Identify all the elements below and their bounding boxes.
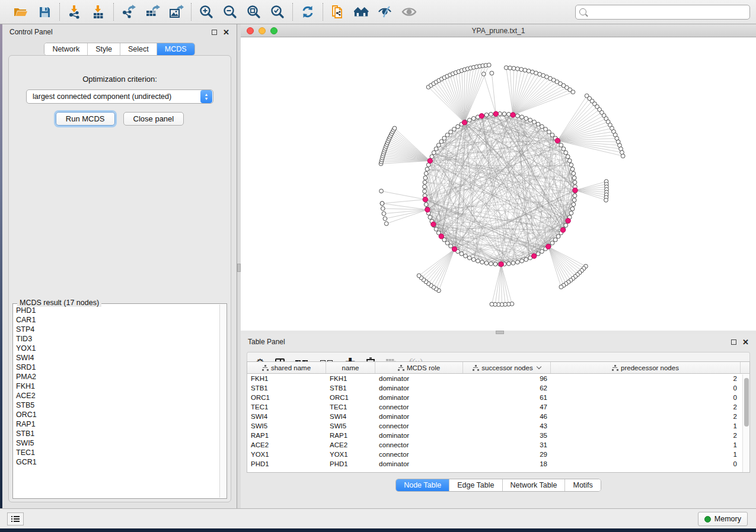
- satellite-node[interactable]: [519, 68, 524, 72]
- mcds-result-item[interactable]: TID3: [16, 334, 217, 344]
- mcds-node[interactable]: [560, 227, 565, 232]
- satellite-node[interactable]: [504, 66, 508, 70]
- ring-node[interactable]: [425, 167, 429, 171]
- ring-node[interactable]: [553, 238, 557, 242]
- mcds-result-item[interactable]: PHD1: [16, 306, 217, 315]
- table-row[interactable]: ACE2ACE2connector311: [247, 440, 749, 450]
- column-header-successor-nodes[interactable]: successor nodes: [463, 362, 551, 373]
- mcds-node[interactable]: [546, 244, 550, 249]
- satellite-node[interactable]: [417, 274, 421, 278]
- ring-node[interactable]: [520, 259, 524, 263]
- table-cell[interactable]: dominator: [375, 431, 463, 440]
- mcds-node[interactable]: [566, 218, 570, 223]
- satellite-node[interactable]: [481, 72, 486, 76]
- network-graph[interactable]: [241, 37, 756, 330]
- satellite-node[interactable]: [383, 217, 387, 221]
- ring-node[interactable]: [423, 176, 428, 180]
- mcds-result-item[interactable]: TEC1: [16, 448, 217, 457]
- ring-node[interactable]: [572, 176, 576, 180]
- mcds-node[interactable]: [428, 158, 432, 163]
- ring-node[interactable]: [436, 143, 441, 148]
- table-cell[interactable]: TEC1: [326, 402, 375, 412]
- ring-node[interactable]: [476, 259, 480, 263]
- table-cell[interactable]: SWI4: [247, 412, 326, 421]
- mcds-result-item[interactable]: SWI4: [16, 353, 217, 363]
- table-cell[interactable]: TEC1: [247, 402, 326, 412]
- satellite-node[interactable]: [381, 207, 385, 211]
- ring-node[interactable]: [432, 150, 436, 155]
- open-file-icon[interactable]: [13, 4, 28, 20]
- ring-node[interactable]: [430, 155, 434, 159]
- ring-node[interactable]: [449, 130, 453, 134]
- table-cell[interactable]: 0: [551, 459, 741, 469]
- table-row[interactable]: SWI5SWI5connector431: [247, 421, 749, 431]
- column-header-MCDS-role[interactable]: MCDS role: [375, 362, 463, 373]
- ring-node[interactable]: [550, 241, 554, 245]
- table-cell[interactable]: 1: [551, 450, 741, 459]
- ring-node[interactable]: [536, 122, 540, 126]
- table-cell[interactable]: YOX1: [247, 450, 326, 459]
- close-panel-icon[interactable]: ✕: [223, 28, 229, 36]
- table-cell[interactable]: SWI5: [326, 421, 375, 431]
- ring-node[interactable]: [573, 180, 577, 184]
- ring-node[interactable]: [547, 130, 551, 134]
- mcds-node[interactable]: [573, 188, 578, 193]
- ring-node[interactable]: [424, 171, 428, 175]
- mcds-node[interactable]: [479, 114, 484, 118]
- ring-node[interactable]: [507, 112, 511, 116]
- table-cell[interactable]: 62: [463, 383, 551, 393]
- table-cell[interactable]: ACE2: [247, 440, 326, 450]
- zoom-out-icon[interactable]: [222, 4, 238, 20]
- export-table-icon[interactable]: [145, 4, 160, 20]
- ring-node[interactable]: [567, 159, 572, 163]
- tab-mcds[interactable]: MCDS: [157, 43, 194, 55]
- mcds-result-item[interactable]: SWI5: [16, 438, 217, 448]
- ring-node[interactable]: [515, 114, 519, 118]
- table-cell[interactable]: 31: [463, 440, 551, 450]
- table-cell[interactable]: SWI4: [326, 412, 375, 421]
- tab-select[interactable]: Select: [120, 43, 157, 55]
- ring-node[interactable]: [489, 112, 493, 116]
- mcds-result-item[interactable]: FKH1: [16, 382, 217, 391]
- ring-node[interactable]: [540, 249, 544, 254]
- mcds-result-item[interactable]: STP4: [16, 325, 217, 334]
- table-cell[interactable]: 46: [463, 412, 551, 421]
- ring-node[interactable]: [528, 118, 532, 122]
- ring-node[interactable]: [445, 241, 449, 245]
- table-cell[interactable]: STB1: [247, 383, 326, 393]
- tab-style[interactable]: Style: [88, 43, 120, 55]
- tab-edge-table[interactable]: Edge Table: [449, 479, 502, 491]
- ring-node[interactable]: [502, 112, 506, 116]
- satellite-node[interactable]: [515, 67, 519, 71]
- ring-node[interactable]: [484, 113, 489, 117]
- ring-node[interactable]: [434, 227, 438, 231]
- clone-network-icon[interactable]: [330, 4, 346, 20]
- table-cell[interactable]: RAP1: [326, 431, 375, 440]
- mcds-node[interactable]: [511, 113, 515, 117]
- satellite-node[interactable]: [604, 198, 608, 202]
- table-cell[interactable]: YOX1: [326, 450, 375, 459]
- table-cell[interactable]: FKH1: [247, 374, 326, 383]
- close-table-panel-icon[interactable]: ✕: [742, 338, 749, 346]
- ring-node[interactable]: [449, 244, 453, 248]
- ring-node[interactable]: [480, 260, 484, 264]
- ring-node[interactable]: [439, 140, 444, 144]
- satellite-node[interactable]: [393, 126, 397, 130]
- table-vertical-scrollbar[interactable]: [742, 374, 749, 472]
- table-cell[interactable]: 18: [463, 459, 551, 469]
- ring-node[interactable]: [467, 256, 471, 260]
- ring-node[interactable]: [515, 260, 519, 264]
- search-input[interactable]: [589, 8, 746, 16]
- ring-node[interactable]: [524, 117, 528, 121]
- table-cell[interactable]: PHD1: [247, 459, 326, 469]
- satellite-node[interactable]: [379, 189, 384, 193]
- export-image-icon[interactable]: [168, 4, 184, 20]
- network-window-titlebar[interactable]: YPA_prune.txt_1: [241, 24, 756, 37]
- ring-node[interactable]: [556, 235, 560, 239]
- table-cell[interactable]: dominator: [375, 412, 463, 421]
- ring-node[interactable]: [428, 215, 432, 219]
- satellite-node[interactable]: [559, 285, 563, 289]
- ring-node[interactable]: [511, 261, 515, 265]
- import-table-icon[interactable]: [91, 4, 106, 20]
- ring-node[interactable]: [471, 258, 476, 262]
